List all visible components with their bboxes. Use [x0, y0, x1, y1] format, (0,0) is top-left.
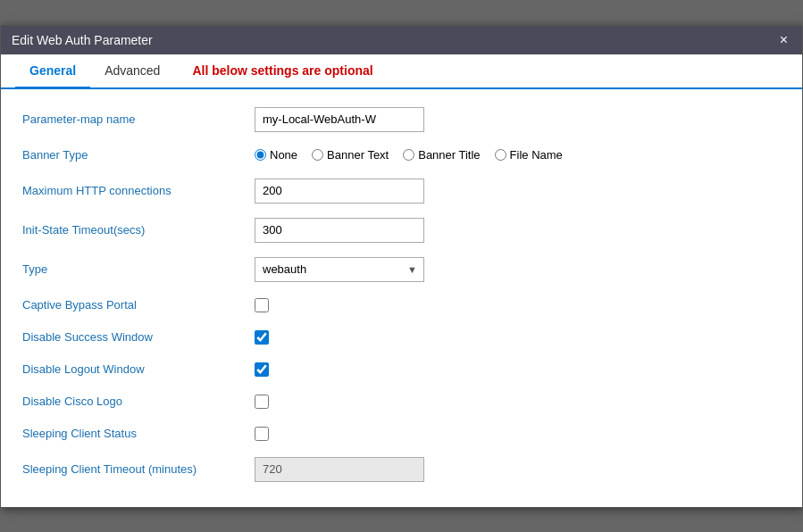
disable-cisco-logo-checkbox-wrapper	[255, 395, 269, 409]
tab-advanced[interactable]: Advanced	[90, 54, 174, 89]
sleeping-client-timeout-input[interactable]	[255, 457, 424, 482]
banner-none-label: None	[270, 148, 297, 162]
tabs-bar: General Advanced All below settings are …	[1, 54, 802, 89]
banner-title-radio[interactable]	[403, 149, 414, 161]
max-http-row: Maximum HTTP connections	[22, 171, 781, 211]
captive-bypass-portal-row: Captive Bypass Portal	[22, 289, 781, 321]
type-select-wrapper: webauth consent credential ▼	[255, 257, 424, 282]
form-body: Parameter-map name Banner Type None	[1, 89, 802, 507]
max-http-control	[255, 179, 781, 204]
type-control: webauth consent credential ▼	[255, 257, 781, 282]
disable-cisco-logo-control	[255, 395, 781, 409]
disable-success-window-row: Disable Success Window	[22, 321, 781, 353]
max-http-label: Maximum HTTP connections	[22, 184, 255, 197]
init-state-timeout-control	[255, 218, 781, 243]
sleeping-client-status-checkbox[interactable]	[255, 427, 269, 441]
captive-bypass-portal-checkbox[interactable]	[255, 298, 269, 312]
disable-logout-window-row: Disable Logout Window	[22, 353, 781, 386]
captive-bypass-portal-checkbox-wrapper	[255, 298, 269, 312]
sleeping-client-timeout-row: Sleeping Client Timeout (minutes)	[22, 450, 781, 489]
sleeping-client-status-label: Sleeping Client Status	[22, 427, 255, 440]
disable-logout-window-label: Disable Logout Window	[22, 362, 255, 376]
type-label: Type	[22, 262, 255, 276]
parameter-map-name-label: Parameter-map name	[22, 112, 255, 126]
type-select[interactable]: webauth consent credential	[255, 257, 424, 282]
edit-web-auth-dialog: Edit Web Auth Parameter × General Advanc…	[0, 25, 803, 508]
banner-filename-radio[interactable]	[495, 149, 506, 161]
banner-type-row: Banner Type None Banner Text	[22, 139, 781, 171]
banner-text-option[interactable]: Banner Text	[312, 148, 389, 162]
parameter-map-name-control	[255, 107, 781, 132]
disable-success-window-checkbox-wrapper	[255, 330, 269, 345]
banner-none-option[interactable]: None	[255, 148, 297, 162]
init-state-timeout-label: Init-State Timeout(secs)	[22, 223, 255, 237]
optional-notice: All below settings are optional	[192, 63, 372, 78]
init-state-timeout-row: Init-State Timeout(secs)	[22, 211, 781, 250]
disable-logout-window-control	[255, 362, 781, 377]
init-state-timeout-input[interactable]	[255, 218, 424, 243]
sleeping-client-status-row: Sleeping Client Status	[22, 418, 781, 450]
disable-success-window-control	[255, 330, 781, 345]
disable-success-window-checkbox[interactable]	[255, 330, 269, 345]
sleeping-client-status-checkbox-wrapper	[255, 427, 269, 441]
disable-success-window-label: Disable Success Window	[22, 330, 255, 344]
close-button[interactable]: ×	[776, 33, 791, 47]
banner-text-label: Banner Text	[327, 148, 389, 162]
banner-title-option[interactable]: Banner Title	[403, 148, 480, 162]
sleeping-client-status-control	[255, 427, 781, 441]
type-row: Type webauth consent credential ▼	[22, 250, 781, 289]
dialog-titlebar: Edit Web Auth Parameter ×	[1, 26, 802, 54]
disable-logout-window-checkbox[interactable]	[255, 362, 269, 377]
tab-general[interactable]: General	[15, 54, 90, 89]
max-http-input[interactable]	[255, 179, 424, 204]
disable-cisco-logo-row: Disable Cisco Logo	[22, 386, 781, 418]
dialog-title: Edit Web Auth Parameter	[12, 33, 153, 47]
banner-title-label: Banner Title	[418, 148, 480, 162]
sleeping-client-timeout-control	[255, 457, 781, 482]
disable-cisco-logo-label: Disable Cisco Logo	[22, 395, 255, 408]
sleeping-client-timeout-label: Sleeping Client Timeout (minutes)	[22, 462, 255, 476]
banner-filename-option[interactable]: File Name	[495, 148, 563, 162]
banner-type-radio-group: None Banner Text Banner Title File	[255, 148, 563, 162]
disable-logout-window-checkbox-wrapper	[255, 362, 269, 377]
captive-bypass-portal-control	[255, 298, 781, 312]
banner-none-radio[interactable]	[255, 149, 266, 161]
banner-text-radio[interactable]	[312, 149, 323, 161]
banner-filename-label: File Name	[510, 148, 563, 162]
dialog-body: General Advanced All below settings are …	[1, 54, 802, 507]
banner-type-control: None Banner Text Banner Title File	[255, 148, 781, 162]
banner-type-label: Banner Type	[22, 148, 255, 162]
disable-cisco-logo-checkbox[interactable]	[255, 395, 269, 409]
parameter-map-name-input[interactable]	[255, 107, 424, 132]
captive-bypass-portal-label: Captive Bypass Portal	[22, 298, 255, 312]
parameter-map-name-row: Parameter-map name	[22, 100, 781, 139]
